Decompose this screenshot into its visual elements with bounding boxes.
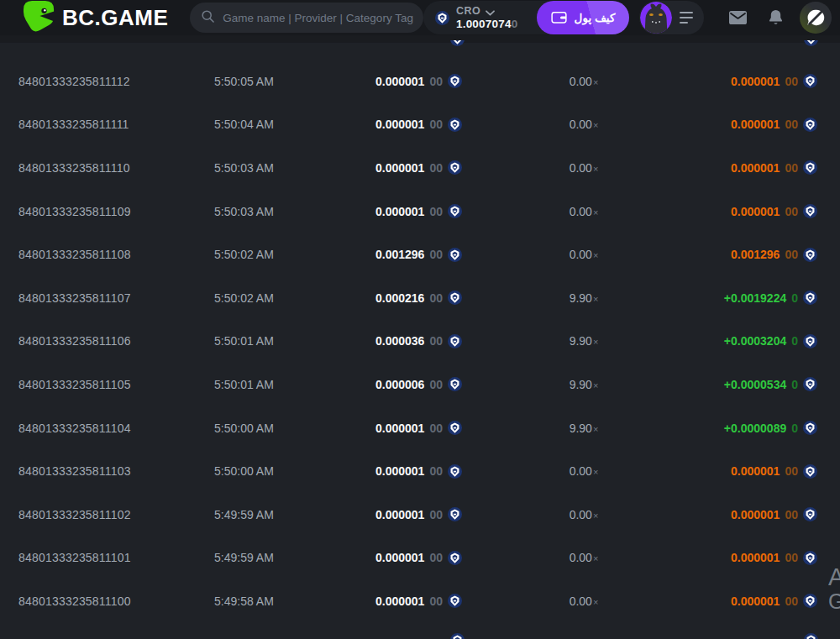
notifications-button[interactable]	[767, 8, 785, 28]
bet-time: 5:49:58 AM	[202, 594, 353, 608]
bet-payout: 0.00000100	[689, 551, 840, 565]
cro-coin-icon	[803, 551, 817, 565]
amount-value: 0.000001	[375, 118, 424, 131]
bet-time: 5:50:02 AM	[202, 291, 353, 305]
payout-trailing-zeros: 00	[785, 508, 798, 521]
table-row[interactable]: 84801333235811101 5:49:59 AM 0.00000100 …	[0, 537, 840, 580]
bet-payout: 0.00000100	[689, 204, 840, 218]
table-row[interactable]: 84801333235811100 5:49:58 AM 0.00000100 …	[0, 579, 840, 623]
payout-value: 0.000001	[731, 594, 780, 608]
bet-payout: 0.00000100	[689, 594, 840, 608]
chat-toggle-button[interactable]	[800, 2, 832, 34]
payout-trailing-zeros: 00	[785, 594, 798, 608]
clipped-coin-icon	[450, 40, 465, 47]
amount-trailing-zeros: 00	[429, 118, 443, 131]
watermark-letter: G	[828, 589, 840, 614]
bet-id: 84801333235811110	[0, 161, 202, 175]
table-row[interactable]: 84801333235811111 5:50:04 AM 0.00000100 …	[0, 103, 840, 147]
table-row[interactable]: 84801333235811108 5:50:02 AM 0.00129600 …	[0, 233, 840, 276]
multiplier-x-symbol: ×	[593, 120, 598, 130]
payout-trailing-zeros: 00	[785, 248, 798, 261]
search-input[interactable]	[223, 12, 413, 24]
bet-id: 84801333235811103	[0, 464, 202, 478]
cro-coin-icon	[448, 291, 462, 305]
amount-value: 0.000001	[375, 551, 424, 564]
amount-trailing-zeros: 00	[429, 378, 443, 391]
payout-trailing-zeros: 00	[785, 118, 798, 131]
amount-value: 0.000001	[375, 422, 424, 435]
cro-coin-icon	[448, 377, 462, 391]
payout-value: 0.000001	[731, 75, 780, 88]
multiplier-x-symbol: ×	[593, 207, 598, 217]
bet-id: 84801333235811106	[0, 334, 202, 348]
multiplier-x-symbol: ×	[593, 294, 598, 304]
table-row[interactable]: 84801333235811103 5:50:00 AM 0.00000100 …	[0, 449, 840, 493]
clipped-coin-icon	[450, 633, 465, 639]
wallet-button[interactable]: کیف پول	[537, 1, 629, 34]
multiplier-x-symbol: ×	[593, 77, 598, 87]
bet-time: 5:50:03 AM	[202, 205, 353, 218]
amount-trailing-zeros: 00	[429, 205, 443, 218]
amount-value: 0.000001	[375, 205, 424, 218]
bet-multiplier: 0.00×	[479, 594, 689, 608]
payout-value: 0.000001	[731, 205, 780, 218]
cro-coin-icon	[803, 507, 817, 521]
multiplier-x-symbol: ×	[593, 511, 598, 521]
amount-value: 0.000001	[375, 161, 424, 175]
table-row[interactable]: 84801333235811106 5:50:01 AM 0.00003600 …	[0, 320, 840, 364]
cro-coin-icon	[803, 377, 817, 391]
payout-value: +0.0003204	[724, 334, 786, 348]
bet-amount: 0.00000100	[353, 160, 479, 175]
cro-coin-icon	[448, 464, 462, 479]
wallet-button-label: کیف پول	[575, 11, 616, 24]
bet-time: 5:50:01 AM	[202, 378, 353, 391]
bet-payout: 0.00000100	[689, 74, 840, 88]
top-navbar: BC.GAME CRO	[0, 0, 840, 35]
payout-value: +0.0000534	[724, 378, 786, 391]
payout-trailing-zeros: 00	[785, 205, 798, 218]
amount-trailing-zeros: 00	[429, 551, 443, 564]
game-search-bar[interactable]	[190, 3, 423, 33]
bet-multiplier: 0.00×	[479, 464, 689, 478]
currency-selector[interactable]: CRO 1.00070740	[456, 4, 528, 31]
navbar-right-cluster: CRO 1.00070740 کیف پول	[423, 1, 833, 34]
messages-button[interactable]	[727, 8, 748, 27]
bcgame-logo-icon	[24, 0, 55, 35]
table-row[interactable]: 84801333235811105 5:50:01 AM 0.00000600 …	[0, 363, 840, 406]
bet-id: 84801333235811104	[0, 422, 202, 435]
hamburger-menu-icon[interactable]	[680, 12, 693, 24]
table-row[interactable]: 84801333235811104 5:50:00 AM 0.00000100 …	[0, 406, 840, 450]
cro-coin-icon	[803, 204, 817, 218]
payout-value: 0.000001	[731, 161, 780, 175]
bet-id: 84801333235811105	[0, 378, 202, 391]
payout-trailing-zeros: 00	[785, 464, 798, 478]
table-row[interactable]: 84801333235811102 5:49:59 AM 0.00000100 …	[0, 493, 840, 537]
bet-multiplier: 9.90×	[479, 422, 689, 435]
multiplier-x-symbol: ×	[593, 337, 598, 347]
table-row[interactable]: 84801333235811110 5:50:03 AM 0.00000100 …	[0, 146, 840, 190]
bet-amount: 0.00000100	[353, 464, 479, 479]
bet-multiplier: 0.00×	[479, 508, 689, 521]
bet-amount: 0.00021600	[353, 291, 479, 305]
search-icon	[200, 8, 216, 28]
cro-coin-icon	[448, 421, 462, 435]
bet-multiplier: 0.00×	[479, 205, 689, 218]
amount-value: 0.000001	[375, 464, 424, 478]
profile-menu[interactable]	[639, 1, 704, 34]
bell-icon	[767, 8, 785, 28]
bet-amount: 0.00000100	[353, 507, 479, 521]
cro-coin-icon	[435, 11, 449, 25]
table-row[interactable]: 84801333235811109 5:50:03 AM 0.00000100 …	[0, 190, 840, 233]
bet-payout: 0.00000100	[689, 507, 840, 521]
bet-time: 5:50:04 AM	[202, 118, 353, 131]
brand-logo[interactable]: BC.GAME	[24, 0, 168, 35]
amount-trailing-zeros: 00	[429, 334, 443, 348]
user-avatar[interactable]	[640, 2, 672, 34]
navbar-divider	[0, 35, 840, 43]
bet-time: 5:50:02 AM	[202, 248, 353, 261]
bets-table-body: 84801333235811112 5:50:05 AM 0.00000100 …	[0, 43, 840, 623]
bet-payout: 0.00129600	[689, 248, 840, 262]
multiplier-x-symbol: ×	[593, 380, 598, 390]
table-row[interactable]: 84801333235811112 5:50:05 AM 0.00000100 …	[0, 60, 840, 103]
table-row[interactable]: 84801333235811107 5:50:02 AM 0.00021600 …	[0, 276, 840, 320]
